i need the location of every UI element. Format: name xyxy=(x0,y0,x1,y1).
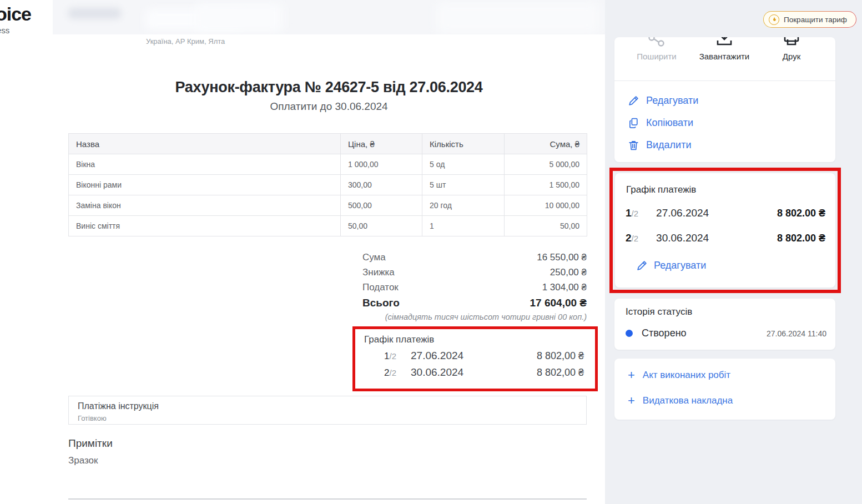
copy-icon xyxy=(628,117,639,129)
schedule-index: 2/2 xyxy=(364,367,396,379)
print-icon xyxy=(782,37,801,48)
plus-icon: + xyxy=(628,370,635,381)
upgrade-tariff-label: Покращити тариф xyxy=(784,16,847,24)
total-label: Всього xyxy=(362,297,400,309)
document-header-blurred xyxy=(53,0,605,34)
payment-instruction-box: Платіжна інструкція Готівкою xyxy=(68,396,587,425)
totals-block: Сума 16 550,00 ₴ Знижка 250,00 ₴ Податок… xyxy=(362,252,587,313)
trash-icon xyxy=(628,139,639,151)
document-divider xyxy=(68,498,587,500)
invoice-title: Рахунок-фактура № 24627-5 від 27.06.2024 xyxy=(53,79,605,96)
item-sum: 10 000,00 xyxy=(505,195,587,216)
add-act-button[interactable]: + Акт виконаних робіт xyxy=(628,370,730,381)
status-label: Створено xyxy=(642,327,687,339)
download-button[interactable]: Завантажити xyxy=(688,37,761,61)
status-history-card: Історія статусів Створено 27.06.2024 11:… xyxy=(614,299,835,350)
col-header-name: Назва xyxy=(69,134,341,154)
redacted-blob xyxy=(194,3,283,32)
payment-schedule-card: Графік платежів 1/2 27.06.2024 8 802.00 … xyxy=(615,173,835,288)
schedule-date: 30.06.2024 xyxy=(656,232,709,244)
total-value: 16 550,00 ₴ xyxy=(537,252,587,263)
payment-instruction-title: Платіжна інструкція xyxy=(78,401,577,411)
invoice-menu: Редагувати Копіювати Видалити xyxy=(628,89,826,156)
divider xyxy=(614,80,835,81)
table-row: Виніс сміття 50,00 1 50,00 xyxy=(69,216,587,236)
flame-icon xyxy=(769,14,779,25)
item-name: Виніс сміття xyxy=(69,216,341,236)
item-qty: 5 шт xyxy=(422,175,505,195)
plus-icon: + xyxy=(628,395,635,406)
status-dot-icon xyxy=(626,330,633,337)
item-qty: 1 xyxy=(422,216,505,236)
total-label: Сума xyxy=(362,252,386,263)
items-table: Назва Ціна, ₴ Кількість Сума, ₴ Вікна 1 … xyxy=(68,133,587,236)
seller-address: Україна, АР Крим, Ялта xyxy=(146,37,225,46)
schedule-index: 1/2 xyxy=(364,351,396,362)
add-waybill-button[interactable]: + Видаткова накладна xyxy=(628,395,733,406)
item-price: 50,00 xyxy=(341,216,422,236)
schedule-title: Графік платежів xyxy=(626,184,696,195)
schedule-index: 1 xyxy=(626,207,632,219)
copy-invoice-button[interactable]: Копіювати xyxy=(628,112,826,134)
payment-instruction-value: Готівкою xyxy=(78,414,577,422)
items-table-header: Назва Ціна, ₴ Кількість Сума, ₴ xyxy=(69,134,587,154)
app-logo-subtext: ess xyxy=(0,26,9,35)
item-price: 300,00 xyxy=(341,175,422,195)
schedule-row: 1/2 27.06.2024 8 802.00 ₴ xyxy=(626,207,825,219)
schedule-amount: 8 802.00 ₴ xyxy=(777,233,825,244)
delete-invoice-label: Видалити xyxy=(646,139,691,151)
payment-schedule-annotation-doc: Графік платежів 1/2 27.06.2024 8 802,00 … xyxy=(352,326,598,391)
status-history-title: Історія статусів xyxy=(626,306,692,317)
schedule-date: 30.06.2024 xyxy=(411,366,463,379)
app-root: oice ess Україна, АР Крим, Ялта Рахунок-… xyxy=(0,0,862,504)
item-name: Віконні рами xyxy=(69,175,341,195)
app-logo[interactable]: oice xyxy=(0,3,31,25)
pencil-icon xyxy=(636,260,648,271)
item-price: 1 000,00 xyxy=(341,154,422,175)
invoice-document: Україна, АР Крим, Ялта Рахунок-фактура №… xyxy=(53,34,605,504)
schedule-amount: 8 802.00 ₴ xyxy=(777,208,825,219)
total-label: Податок xyxy=(362,282,399,293)
actions-row: Поширити Завантажити Друк xyxy=(614,37,835,61)
schedule-row: 1/2 27.06.2024 8 802,00 ₴ xyxy=(364,350,584,362)
notes-title: Примітки xyxy=(68,437,113,450)
item-name: Вікна xyxy=(69,154,341,175)
notes-value: Зразок xyxy=(68,455,98,466)
col-header-sum: Сума, ₴ xyxy=(505,134,587,154)
redacted-blob xyxy=(436,2,599,33)
item-sum: 5 000,00 xyxy=(505,154,587,175)
total-row-subtotal: Сума 16 550,00 ₴ xyxy=(362,252,587,267)
pencil-icon xyxy=(628,95,639,107)
total-value: 1 304,00 ₴ xyxy=(542,282,587,293)
total-value: 17 604,00 ₴ xyxy=(530,297,587,309)
schedule-amount: 8 802,00 ₴ xyxy=(537,350,584,362)
status-datetime: 27.06.2024 11:40 xyxy=(767,329,826,338)
total-row-grand: Всього 17 604,00 ₴ xyxy=(362,297,587,313)
left-sidebar: oice ess xyxy=(0,0,53,504)
schedule-index: 2 xyxy=(626,232,632,244)
related-documents-card: + Акт виконаних робіт + Видаткова наклад… xyxy=(614,359,835,420)
edit-schedule-button[interactable]: Редагувати xyxy=(636,260,706,271)
add-act-label: Акт виконаних робіт xyxy=(643,370,730,381)
print-button[interactable]: Друк xyxy=(761,37,822,61)
total-value: 250,00 ₴ xyxy=(550,267,587,278)
delete-invoice-button[interactable]: Видалити xyxy=(628,134,826,156)
table-row: Віконні рами 300,00 5 шт 1 500,00 xyxy=(69,175,587,195)
item-qty: 5 од xyxy=(422,154,505,175)
add-waybill-label: Видаткова накладна xyxy=(643,395,733,406)
edit-invoice-button[interactable]: Редагувати xyxy=(628,89,826,112)
total-label: Знижка xyxy=(362,267,395,278)
upgrade-tariff-button[interactable]: Покращити тариф xyxy=(763,11,856,28)
download-label: Завантажити xyxy=(699,52,750,61)
table-row: Вікна 1 000,00 5 од 5 000,00 xyxy=(69,154,587,175)
copy-invoice-label: Копіювати xyxy=(646,117,693,129)
print-label: Друк xyxy=(783,52,800,61)
col-header-price: Ціна, ₴ xyxy=(341,134,422,154)
amount-in-words: (сімнадцять тисяч шістьсот чотири гривні… xyxy=(385,313,587,321)
item-price: 500,00 xyxy=(341,195,422,216)
schedule-amount: 8 802,00 ₴ xyxy=(537,367,584,379)
share-button[interactable]: Поширити xyxy=(626,37,688,61)
schedule-date: 27.06.2024 xyxy=(656,207,709,219)
total-row-discount: Знижка 250,00 ₴ xyxy=(362,267,587,282)
edit-invoice-label: Редагувати xyxy=(646,95,698,107)
